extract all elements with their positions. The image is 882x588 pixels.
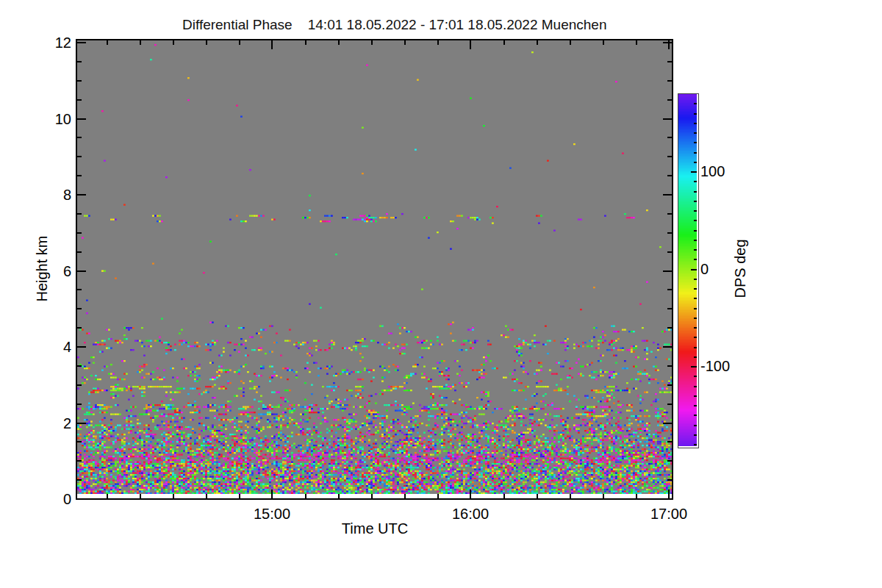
axis-tick <box>77 327 82 329</box>
chart-title: Differential Phase 14:01 18.05.2022 - 17… <box>182 17 606 33</box>
colorbar-tick <box>694 337 697 338</box>
axis-tick <box>470 40 471 49</box>
axis-tick <box>667 99 672 101</box>
colorbar-tick <box>694 444 697 445</box>
axis-tick <box>667 404 672 405</box>
colorbar-tick <box>694 113 697 115</box>
axis-tick <box>77 479 82 481</box>
axis-tick <box>667 80 672 82</box>
y-tick-label: 0 <box>39 491 71 507</box>
axis-tick <box>668 490 670 498</box>
colorbar-tick <box>694 103 697 104</box>
colorbar-tick <box>694 123 697 124</box>
axis-tick <box>537 494 538 498</box>
axis-tick <box>663 194 672 196</box>
y-tick-label: 2 <box>39 415 71 431</box>
axis-tick <box>77 213 82 215</box>
colorbar-tick <box>694 181 697 182</box>
axis-tick <box>77 118 86 120</box>
x-tick-label: 16:00 <box>437 506 503 522</box>
axis-tick <box>77 232 82 234</box>
axis-tick <box>77 80 82 82</box>
axis-tick <box>239 494 240 498</box>
axis-tick <box>206 494 207 498</box>
colorbar-tick <box>694 405 697 406</box>
colorbar-tick <box>694 132 697 134</box>
axis-tick <box>173 40 174 45</box>
colorbar-tick <box>694 308 697 309</box>
colorbar-tick <box>691 366 697 368</box>
axis-tick <box>271 490 273 498</box>
axis-tick <box>667 441 672 442</box>
axis-tick <box>107 40 108 45</box>
colorbar-tick <box>694 386 697 387</box>
no-data-strip <box>77 494 672 498</box>
axis-tick <box>77 423 86 424</box>
axis-tick <box>503 40 505 45</box>
axis-tick <box>603 494 604 498</box>
x-axis-label: Time UTC <box>309 520 441 537</box>
axis-tick <box>667 327 672 329</box>
colorbar-tick <box>691 269 697 270</box>
y-axis-label: Height km <box>34 218 51 320</box>
axis-tick <box>305 40 306 45</box>
axis-tick <box>667 61 672 62</box>
axis-tick <box>603 40 604 45</box>
colorbar-canvas <box>678 94 697 446</box>
axis-tick <box>503 494 505 498</box>
axis-tick <box>667 213 672 215</box>
x-tick-label: 17:00 <box>636 506 702 522</box>
axis-tick <box>77 404 82 405</box>
x-tick-label: 15:00 <box>239 506 305 522</box>
axis-tick <box>305 494 306 498</box>
axis-tick <box>667 308 672 309</box>
axis-tick <box>667 365 672 367</box>
axis-tick <box>77 42 86 43</box>
colorbar-tick <box>694 376 697 377</box>
colorbar-tick <box>694 142 697 143</box>
axis-tick <box>77 175 82 176</box>
axis-tick <box>667 479 672 481</box>
axis-tick <box>663 42 672 43</box>
axis-tick <box>77 384 82 386</box>
axis-tick <box>667 460 672 462</box>
y-tick-label: 4 <box>39 339 71 355</box>
colorbar-tick <box>694 191 697 193</box>
colorbar-tick <box>694 249 697 251</box>
y-tick-label: 12 <box>39 35 71 51</box>
colorbar-tick <box>694 230 697 232</box>
axis-tick <box>667 137 672 138</box>
colorbar-tick <box>694 347 697 348</box>
axis-tick <box>404 494 406 498</box>
axis-tick <box>570 494 571 498</box>
colorbar-tick <box>694 318 697 319</box>
axis-tick <box>636 494 637 498</box>
axis-tick <box>537 40 538 45</box>
axis-tick <box>77 194 86 196</box>
colorbar-tick <box>694 395 697 397</box>
axis-tick <box>437 40 439 45</box>
axis-tick <box>667 251 672 253</box>
colorbar-tick <box>694 288 697 290</box>
colorbar-tick <box>694 425 697 426</box>
colorbar-tick <box>691 171 697 173</box>
colorbar-tick <box>694 240 697 241</box>
colorbar-tick <box>694 415 697 416</box>
colorbar-tick <box>694 220 697 221</box>
colorbar-tick <box>694 434 697 436</box>
axis-tick <box>663 118 672 120</box>
axis-tick <box>77 308 82 309</box>
colorbar-tick <box>694 210 697 212</box>
axis-tick <box>77 137 82 138</box>
colorbar-tick <box>694 201 697 202</box>
axis-tick <box>470 490 471 498</box>
axis-tick <box>663 423 672 424</box>
axis-tick <box>667 384 672 386</box>
y-tick-label: 10 <box>39 111 71 127</box>
axis-tick <box>77 460 82 462</box>
axis-tick <box>437 494 439 498</box>
axis-tick <box>636 40 637 45</box>
axis-tick <box>77 156 82 157</box>
axis-tick <box>667 175 672 176</box>
colorbar-tick <box>694 298 697 299</box>
